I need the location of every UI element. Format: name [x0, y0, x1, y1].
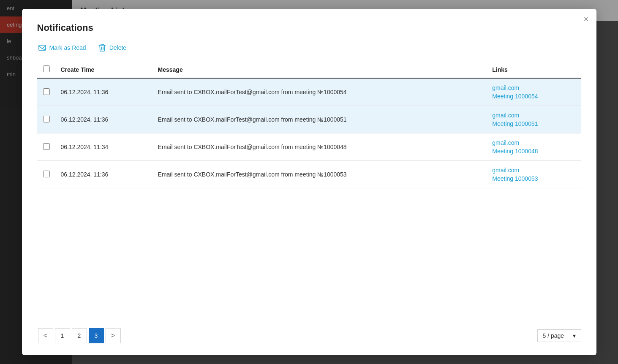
pagination-next-button[interactable]: > [106, 328, 121, 343]
meeting-link-2[interactable]: Meeting 1000051 [492, 120, 576, 127]
table-body: 06.12.2024, 11:36 Email sent to CXBOX.ma… [37, 78, 581, 188]
notifications-table: Create Time Message Links 06.12.2024, 11… [37, 61, 581, 188]
row-message: Email sent to CXBOX.mailForTest@gmail.co… [153, 78, 487, 106]
row-checkbox-2[interactable] [43, 116, 50, 122]
pagination-page-2-button[interactable]: 2 [72, 328, 87, 343]
gmail-link-2[interactable]: gmail.com [492, 112, 576, 119]
pagination-page-1-button[interactable]: 1 [55, 328, 70, 343]
pagination-page-3-button[interactable]: 3 [89, 328, 104, 343]
link-cell: gmail.com Meeting 1000051 [492, 112, 576, 127]
pagination-bar: < 1 2 3 > 5 / page 10 / page 20 / page ▾ [37, 325, 581, 343]
row-checkbox-4[interactable] [43, 171, 50, 177]
row-checkbox-3[interactable] [43, 143, 50, 150]
row-links: gmail.com Meeting 1000051 [487, 106, 581, 133]
table-header-row: Create Time Message Links [37, 61, 581, 78]
row-message: Email sent to CXBOX.mailForTest@gmail.co… [153, 106, 487, 133]
modal-close-button[interactable]: × [584, 15, 589, 23]
message-column-header: Message [153, 61, 487, 78]
per-page-select-input[interactable]: 5 / page 10 / page 20 / page [543, 332, 568, 339]
chevron-down-icon: ▾ [573, 332, 576, 339]
notifications-modal: × Notifications Mark as Read [22, 9, 596, 355]
toolbar: Mark as Read Delete [37, 42, 581, 54]
row-links: gmail.com Meeting 1000054 [487, 78, 581, 106]
row-links: gmail.com Meeting 1000053 [487, 161, 581, 188]
table-row: 06.12.2024, 11:36 Email sent to CXBOX.ma… [37, 78, 581, 106]
pagination-prev-button[interactable]: < [38, 328, 53, 343]
link-cell: gmail.com Meeting 1000053 [492, 167, 576, 182]
row-checkbox-cell [37, 106, 56, 133]
mark-as-read-label: Mark as Read [49, 44, 86, 51]
checkbox-column-header [37, 61, 56, 78]
links-column-header: Links [487, 61, 581, 78]
row-create-time: 06.12.2024, 11:34 [56, 133, 153, 161]
row-create-time: 06.12.2024, 11:36 [56, 106, 153, 133]
per-page-selector[interactable]: 5 / page 10 / page 20 / page ▾ [537, 329, 581, 342]
meeting-link-4[interactable]: Meeting 1000053 [492, 175, 576, 182]
row-checkbox-cell [37, 78, 56, 106]
mark-as-read-icon [38, 43, 46, 52]
link-cell: gmail.com Meeting 1000054 [492, 84, 576, 100]
gmail-link-3[interactable]: gmail.com [492, 139, 576, 146]
row-checkbox-1[interactable] [43, 88, 50, 95]
row-message: Email sent to CXBOX.mailForTest@gmail.co… [153, 161, 487, 188]
table-row: 06.12.2024, 11:36 Email sent to CXBOX.ma… [37, 161, 581, 188]
delete-icon [98, 43, 106, 52]
modal-title: Notifications [37, 22, 581, 33]
delete-label: Delete [109, 44, 126, 51]
table-row: 06.12.2024, 11:36 Email sent to CXBOX.ma… [37, 106, 581, 133]
link-cell: gmail.com Meeting 1000048 [492, 139, 576, 155]
pagination-controls: < 1 2 3 > [37, 328, 122, 343]
meeting-link-3[interactable]: Meeting 1000048 [492, 148, 576, 155]
select-all-checkbox[interactable] [43, 65, 50, 72]
meeting-link-1[interactable]: Meeting 1000054 [492, 93, 576, 100]
table-wrapper: Create Time Message Links 06.12.2024, 11… [37, 61, 581, 311]
row-message: Email sent to CXBOX.mailForTest@gmail.co… [153, 133, 487, 161]
row-links: gmail.com Meeting 1000048 [487, 133, 581, 161]
row-checkbox-cell [37, 161, 56, 188]
gmail-link-4[interactable]: gmail.com [492, 167, 576, 174]
row-create-time: 06.12.2024, 11:36 [56, 78, 153, 106]
mark-as-read-button[interactable]: Mark as Read [37, 42, 87, 54]
gmail-link-1[interactable]: gmail.com [492, 84, 576, 91]
row-checkbox-cell [37, 133, 56, 161]
table-row: 06.12.2024, 11:34 Email sent to CXBOX.ma… [37, 133, 581, 161]
create-time-column-header: Create Time [56, 61, 153, 78]
delete-button[interactable]: Delete [97, 42, 127, 54]
modal-overlay: × Notifications Mark as Read [0, 0, 618, 364]
row-create-time: 06.12.2024, 11:36 [56, 161, 153, 188]
